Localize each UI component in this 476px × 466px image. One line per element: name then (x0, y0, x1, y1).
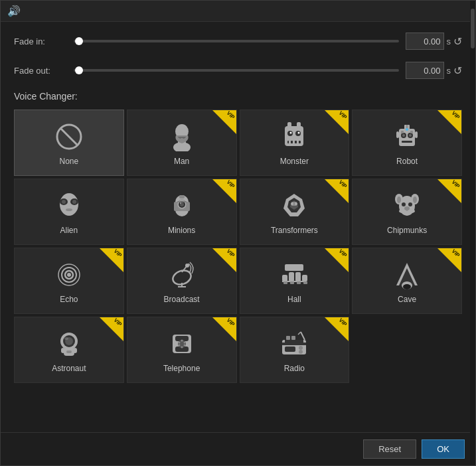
voice-label-hall: Hall (287, 295, 301, 304)
vip-badge-man (212, 110, 236, 134)
voice-label-monster: Monster (280, 157, 309, 166)
cave-icon (392, 260, 422, 289)
voice-label-transformers: Transformers (271, 226, 318, 235)
voice-label-robot: Robot (396, 157, 418, 166)
voice-item-broadcast[interactable]: VIP Broadcast (127, 248, 237, 314)
voice-item-cave[interactable]: VIP Cave (352, 248, 462, 314)
alien-icon (54, 191, 84, 220)
svg-point-48 (295, 202, 297, 205)
voice-label-minions: Minions (168, 226, 195, 235)
svg-point-32 (62, 200, 66, 204)
fade-out-reset[interactable]: ↺ (453, 64, 462, 77)
voice-item-robot[interactable]: VIP Robot (352, 110, 462, 176)
astronaut-icon (54, 329, 84, 358)
voice-label-chipmunks: Chipmunks (387, 226, 427, 235)
svg-point-26 (406, 128, 408, 131)
svg-point-59 (408, 209, 415, 213)
fade-in-track[interactable] (74, 40, 399, 42)
voice-item-radio[interactable]: VIP Radio (240, 317, 350, 383)
vip-badge-monster (325, 110, 349, 134)
svg-point-95 (181, 340, 183, 342)
svg-rect-88 (61, 348, 65, 353)
chipmunks-icon (392, 191, 422, 220)
voice-label-echo: Echo (60, 295, 78, 304)
svg-rect-72 (302, 275, 307, 281)
voice-item-alien[interactable]: Alien (14, 179, 124, 245)
broadcast-icon (167, 260, 197, 289)
svg-point-11 (298, 132, 300, 134)
monster-icon (279, 122, 309, 151)
voice-item-monster[interactable]: VIP Monster (240, 110, 350, 176)
fade-out-row: Fade out: 0.00 s ↺ (14, 62, 462, 79)
svg-point-82 (403, 284, 411, 289)
voice-label-cave: Cave (398, 295, 416, 304)
svg-point-86 (64, 337, 68, 340)
voice-grid: None VIP Man VIP (14, 110, 462, 383)
svg-rect-75 (283, 281, 287, 284)
transformers-icon (279, 191, 309, 220)
svg-rect-109 (286, 336, 290, 340)
fade-in-value[interactable]: 0.00 (406, 33, 444, 50)
vip-badge-radio (325, 317, 349, 341)
audio-icon: 🔊 (7, 5, 21, 17)
voice-item-hall[interactable]: VIP Hall (240, 248, 350, 314)
svg-point-52 (397, 196, 401, 203)
svg-point-33 (72, 200, 76, 204)
voice-item-minions[interactable]: VIP Minions (127, 179, 237, 245)
svg-point-97 (183, 345, 185, 347)
fade-out-thumb[interactable] (75, 66, 83, 74)
fade-in-reset[interactable]: ↺ (453, 35, 462, 48)
voice-label-astronaut: Astronaut (52, 364, 86, 373)
voice-label-none: None (60, 157, 79, 166)
vip-badge-astronaut (100, 317, 123, 341)
svg-point-63 (67, 273, 71, 277)
bottom-bar: Reset OK (1, 432, 475, 465)
svg-rect-23 (402, 141, 412, 143)
svg-rect-14 (293, 140, 295, 144)
vip-badge-telephone (212, 317, 236, 341)
voice-item-chipmunks[interactable]: VIP Chipmunks (352, 179, 462, 245)
voice-label-radio: Radio (284, 364, 305, 373)
dialog: 🔊 Fade in: 0.00 s ↺ Fade out: 0.00 s ↺ (0, 0, 476, 466)
svg-point-58 (399, 209, 406, 213)
vip-badge-hall (325, 248, 349, 272)
scrollbar-thumb[interactable] (471, 9, 475, 48)
svg-point-100 (178, 342, 180, 344)
svg-point-22 (409, 134, 412, 137)
vip-badge-chipmunks (437, 179, 461, 203)
fade-in-thumb[interactable] (75, 37, 83, 45)
content-area: Fade in: 0.00 s ↺ Fade out: 0.00 s ↺ Voi… (1, 22, 475, 432)
svg-rect-13 (289, 140, 291, 144)
voice-item-echo[interactable]: VIP Echo (14, 248, 124, 314)
svg-rect-78 (303, 281, 307, 284)
svg-point-10 (290, 132, 292, 134)
fade-out-value[interactable]: 0.00 (406, 62, 444, 79)
voice-item-telephone[interactable]: VIP Telephone (127, 317, 237, 383)
fade-out-track[interactable] (74, 69, 399, 72)
svg-rect-27 (401, 131, 404, 133)
voice-label-man: Man (174, 157, 189, 166)
voice-item-astronaut[interactable]: VIP Astronaut (14, 317, 124, 383)
svg-point-47 (291, 202, 293, 205)
scrollbar[interactable] (470, 1, 475, 465)
svg-rect-6 (287, 122, 291, 129)
svg-rect-102 (282, 343, 306, 345)
svg-rect-110 (291, 336, 295, 340)
voice-item-man[interactable]: VIP Man (127, 110, 237, 176)
voice-item-none[interactable]: None (14, 110, 124, 176)
svg-rect-15 (297, 140, 299, 144)
voice-label-telephone: Telephone (163, 364, 200, 373)
reset-button[interactable]: Reset (363, 439, 416, 459)
fade-out-label: Fade out: (14, 66, 67, 76)
telephone-icon (167, 329, 197, 358)
svg-point-107 (299, 350, 303, 354)
fade-in-unit: s (447, 37, 451, 46)
voice-changer-label: Voice Changer: (14, 91, 462, 102)
svg-point-53 (413, 196, 417, 203)
svg-rect-28 (410, 131, 413, 133)
svg-rect-42 (179, 195, 185, 198)
minions-icon (167, 191, 197, 220)
ok-button[interactable]: OK (422, 439, 465, 459)
voice-item-transformers[interactable]: VIP Transformers (240, 179, 350, 245)
svg-rect-73 (285, 264, 303, 271)
